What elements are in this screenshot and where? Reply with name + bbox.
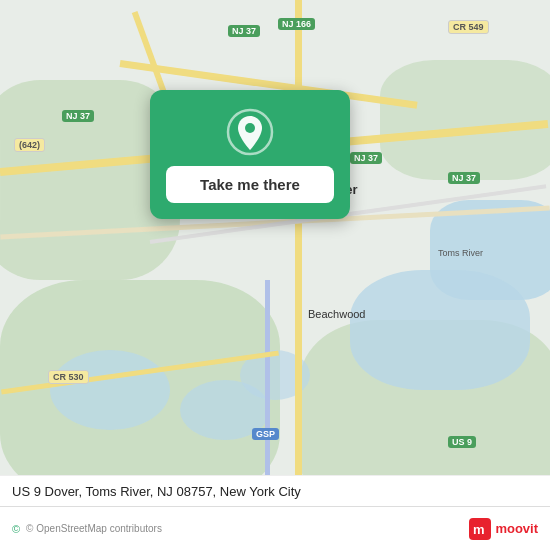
label-nj37-3: NJ 37 bbox=[350, 152, 382, 164]
label-nj37-1: NJ 37 bbox=[228, 25, 260, 37]
address-bar: US 9 Dover, Toms River, NJ 08757, New Yo… bbox=[0, 475, 550, 506]
beachwood-label: Beachwood bbox=[308, 308, 366, 320]
map-popup: Take me there bbox=[150, 90, 350, 219]
label-cr530: CR 530 bbox=[48, 370, 89, 384]
label-642: (642) bbox=[14, 138, 45, 152]
osm-attribution: © © OpenStreetMap contributors bbox=[12, 523, 162, 535]
bottom-bar: © © OpenStreetMap contributors m moovit bbox=[0, 506, 550, 550]
moovit-m-icon: m bbox=[469, 518, 491, 540]
svg-text:m: m bbox=[473, 522, 485, 537]
map-container: NJ 37 NJ 166 NJ 37 NJ 37 NJ 37 CR 549 (6… bbox=[0, 0, 550, 550]
water-2 bbox=[350, 270, 530, 390]
osm-logo: © bbox=[12, 523, 20, 535]
road-us9 bbox=[295, 0, 302, 550]
label-nj37-4: NJ 37 bbox=[448, 172, 480, 184]
label-nj166: NJ 166 bbox=[278, 18, 315, 30]
water-3 bbox=[50, 350, 170, 430]
take-me-there-button[interactable]: Take me there bbox=[166, 166, 334, 203]
label-gsp: GSP bbox=[252, 428, 279, 440]
location-pin-icon bbox=[226, 108, 274, 156]
label-cr549: CR 549 bbox=[448, 20, 489, 34]
label-us9: US 9 bbox=[448, 436, 476, 448]
label-nj37-2: NJ 37 bbox=[62, 110, 94, 122]
address-text: US 9 Dover, Toms River, NJ 08757, New Yo… bbox=[12, 484, 301, 499]
osm-text: © OpenStreetMap contributors bbox=[26, 523, 162, 534]
green-area-3 bbox=[380, 60, 550, 180]
svg-point-1 bbox=[245, 123, 255, 133]
toms-river-label: Toms River bbox=[438, 248, 483, 258]
moovit-logo: m moovit bbox=[469, 518, 538, 540]
moovit-text: moovit bbox=[495, 521, 538, 536]
